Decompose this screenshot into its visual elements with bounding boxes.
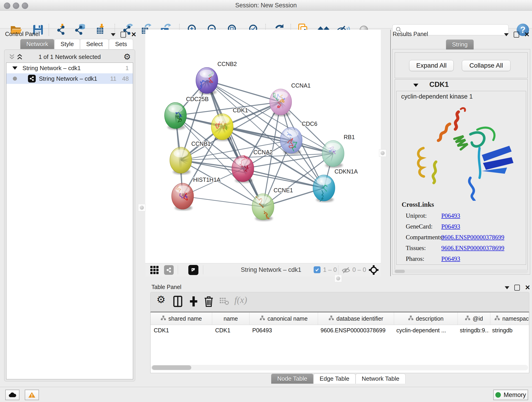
tab-select[interactable]: Select	[80, 39, 109, 49]
control-panel: Control Panel ✕ NetworkStyleSelectSets 1…	[3, 30, 136, 381]
column-header-name[interactable]: name	[212, 313, 249, 325]
panel-menu-icon[interactable]	[505, 286, 509, 289]
crosslinks-title: CrossLinks	[402, 201, 434, 208]
memory-label: Memory	[504, 391, 526, 399]
column-header-canonical-name[interactable]: canonical name	[249, 313, 318, 325]
gene-detail-box: cyclin-dependent kinase 1	[396, 91, 526, 265]
gear-icon[interactable]: ⚙	[123, 52, 131, 62]
network-node-count: 11	[110, 75, 116, 82]
table-settings-gear-icon[interactable]: ⚙	[157, 294, 169, 306]
network-collection-row[interactable]: String Network – cdk1 1	[6, 63, 133, 73]
tab-string[interactable]: String	[446, 39, 474, 50]
gene-section: CDK1 cyclin-dependent kinase 1	[395, 79, 528, 272]
divider	[338, 265, 338, 274]
node-label-CCNE1[interactable]: CCNE1	[273, 187, 293, 193]
hidden-eye-icon[interactable]	[341, 266, 351, 275]
collapse-all-button[interactable]: Collapse All	[462, 60, 510, 71]
node-CCNE1[interactable]: CCNE1	[252, 187, 293, 221]
node-CCNB2[interactable]: CCNB2	[196, 61, 237, 95]
edge-CCNB2-CCNA1[interactable]	[207, 80, 281, 102]
panel-menu-icon[interactable]	[111, 33, 115, 36]
node-label-CDKN1A[interactable]: CDKN1A	[335, 168, 358, 175]
column-header-description[interactable]: description	[394, 313, 458, 325]
crosslink-value-link[interactable]: P06493	[441, 212, 460, 219]
node-label-CCNA2[interactable]: CCNA2	[253, 149, 273, 155]
node-label-CCNB2[interactable]: CCNB2	[217, 61, 237, 67]
node-RB1[interactable]: RB1	[322, 134, 355, 168]
column-header-database-identifier[interactable]: database identifier	[318, 313, 394, 325]
node-HIST1H1A[interactable]: HIST1H1A	[172, 177, 221, 211]
float-panel-icon[interactable]	[120, 32, 126, 38]
close-panel-icon[interactable]: ✕	[131, 32, 136, 37]
left-splitter-handle[interactable]	[138, 204, 146, 211]
crosslink-value-link[interactable]: P06493	[441, 255, 460, 262]
tab-sets[interactable]: Sets	[109, 39, 133, 49]
show-columns-icon[interactable]	[172, 295, 185, 308]
birds-eye-view-icon[interactable]	[188, 265, 198, 275]
expand-all-button[interactable]: Expand All	[409, 60, 454, 71]
shared-column-icon	[260, 315, 265, 322]
divider	[178, 265, 178, 274]
node-label-CDC25B[interactable]: CDC25B	[186, 96, 209, 102]
table-cell: stringdb:9...	[457, 325, 489, 336]
memory-button[interactable]: Memory	[493, 390, 528, 400]
edge-HIST1H1A-CCNE1[interactable]	[183, 196, 263, 207]
results-horizontal-scrollbar[interactable]	[394, 269, 528, 274]
results-panel-divider[interactable]	[390, 30, 391, 276]
column-header-shared-name[interactable]: shared name	[151, 313, 212, 325]
tab-edge-table[interactable]: Edge Table	[313, 374, 355, 384]
crosslink-value-link[interactable]: 9606.ENSP00000378699	[441, 234, 504, 241]
gene-collapse-icon[interactable]	[413, 84, 418, 87]
node-label-CCNA1[interactable]: CCNA1	[291, 82, 311, 89]
float-panel-icon[interactable]	[514, 285, 520, 291]
cloud-button[interactable]	[5, 390, 19, 400]
node-CDC6[interactable]: CDC6	[280, 121, 317, 154]
table-horizontal-scrollbar[interactable]	[151, 365, 528, 370]
node-label-CCNB1[interactable]: CCNB1	[191, 140, 211, 147]
tab-node-table[interactable]: Node Table	[271, 374, 313, 384]
column-label: database identifier	[336, 315, 383, 322]
title-bar: Session: New Session	[0, 0, 532, 11]
protein-structure-image	[402, 102, 521, 201]
grid-view-icon[interactable]	[150, 266, 158, 274]
right-splitter-handle[interactable]	[379, 149, 386, 157]
function-builder-icon: f(x)	[234, 294, 247, 307]
column-header-namespace[interactable]: namespace	[490, 313, 529, 325]
tab-network-table[interactable]: Network Table	[355, 374, 405, 384]
panel-menu-icon[interactable]	[504, 33, 509, 36]
node-label-CDC6[interactable]: CDC6	[302, 121, 317, 127]
tab-network[interactable]: Network	[20, 39, 54, 49]
table-header-row: shared namename canonical name database …	[151, 313, 529, 325]
close-panel-icon[interactable]: ✕	[525, 285, 530, 290]
table-cell: P06493	[249, 325, 317, 336]
warnings-button[interactable]	[25, 390, 39, 400]
node-label-HIST1H1A[interactable]: HIST1H1A	[193, 177, 221, 183]
selected-checkbox-icon[interactable]	[314, 266, 321, 273]
column-header-@id[interactable]: @id	[458, 313, 490, 325]
network-row[interactable]: String Network – cdk1 11 48	[6, 73, 133, 84]
bottom-splitter-handle[interactable]	[335, 275, 342, 282]
delete-column-trash-icon[interactable]	[204, 295, 216, 308]
network-canvas[interactable]: CCNB2 CCNA1 CDC25B CDK1 CDC6 RB1 CCNB1	[145, 30, 381, 263]
crosslink-value-link[interactable]: 9606.ENSP00000378699	[441, 245, 504, 252]
edge-CCNB2-CCNE1[interactable]	[207, 80, 263, 207]
results-panel: Results Panel ✕ String Expand All Collap…	[391, 30, 532, 277]
network-view-icon[interactable]	[164, 265, 174, 275]
results-panel-title: Results Panel	[393, 31, 428, 37]
edge-CCNA2-CDKN1A[interactable]	[243, 169, 324, 188]
crosshair-icon[interactable]	[369, 265, 379, 276]
tab-style[interactable]: Style	[54, 39, 80, 49]
control-panel-tabs: NetworkStyleSelectSets	[20, 39, 133, 49]
crosslink-value-link[interactable]: P06493	[441, 223, 460, 230]
node-label-RB1[interactable]: RB1	[344, 134, 355, 140]
shared-column-icon	[408, 315, 413, 322]
node-CCNA2[interactable]: CCNA2	[232, 149, 273, 183]
node-CDKN1A[interactable]: CDKN1A	[313, 168, 358, 202]
network-selected-status: 1 of 1 Network selected	[4, 53, 135, 61]
node-label-CDK1[interactable]: CDK1	[233, 107, 248, 114]
create-column-icon[interactable]	[188, 295, 201, 308]
table-row[interactable]: CDK1CDK1P064939606.ENSP00000378699cyclin…	[151, 325, 529, 336]
float-panel-icon[interactable]	[514, 32, 519, 38]
collection-expand-icon[interactable]	[12, 66, 17, 70]
close-panel-icon[interactable]: ✕	[524, 32, 530, 37]
